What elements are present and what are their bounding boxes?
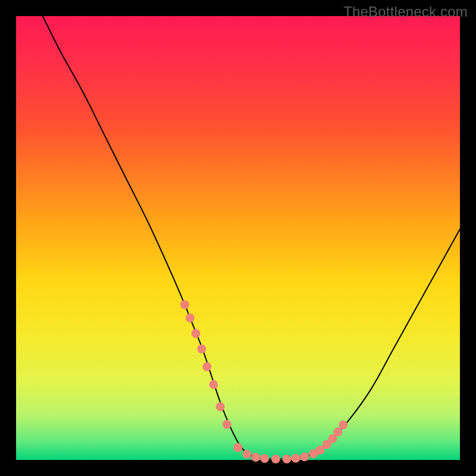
marker-dot [339,421,347,430]
marker-dot [300,452,309,461]
plot-area [16,16,460,460]
marker-dot [186,314,195,322]
marker-dot [223,420,231,429]
marker-dot [260,454,269,463]
marker-dot [242,450,251,459]
marker-dot [271,455,280,464]
marker-dot [209,380,218,389]
bottleneck-curve-path [43,16,460,459]
watermark-text: TheBottleneck.com [343,4,468,20]
marker-group [180,300,347,463]
marker-dot [202,362,211,371]
marker-dot [333,428,342,437]
marker-dot [197,345,206,353]
marker-dot [291,454,300,463]
chart-frame: TheBottleneck.com [0,0,476,476]
marker-dot [192,329,201,338]
marker-dot [180,300,189,309]
marker-dot [251,453,260,462]
marker-dot [216,402,225,411]
curve-layer [16,16,460,460]
marker-dot [234,443,243,452]
marker-dot [283,455,292,464]
